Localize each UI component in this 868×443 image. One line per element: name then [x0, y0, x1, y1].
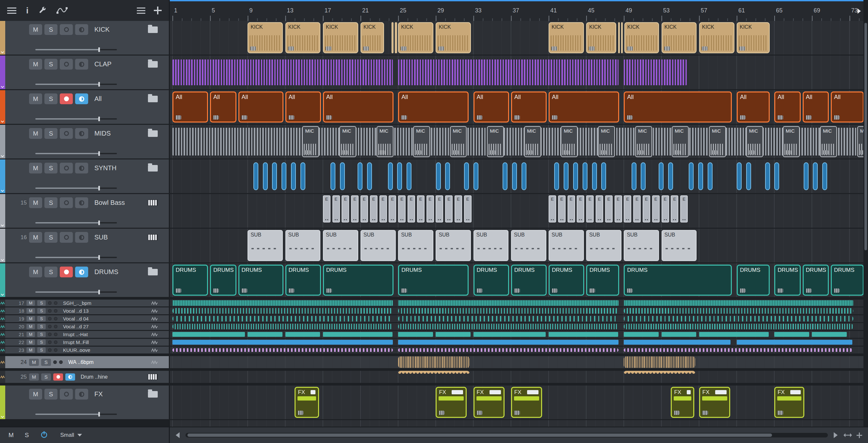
mute-button[interactable]: M [29, 93, 42, 104]
volume-slider-handle[interactable] [98, 290, 100, 294]
record-arm-button[interactable] [48, 317, 52, 321]
solo-button[interactable]: S [37, 324, 46, 329]
clip-synth-note[interactable] [668, 163, 673, 190]
clip-drums[interactable]: DRUMS [210, 265, 237, 296]
solo-button[interactable]: S [41, 374, 51, 381]
record-arm-button[interactable] [60, 197, 73, 208]
clip-sub[interactable]: SUB [398, 230, 433, 261]
volume-slider[interactable] [35, 49, 117, 50]
clip-e[interactable]: E [577, 195, 584, 223]
track-lane-t24[interactable] [170, 356, 863, 368]
clip-kick[interactable] [618, 22, 620, 53]
clip-synth-note[interactable] [698, 163, 703, 190]
clip-fx[interactable]: FX [294, 387, 319, 418]
folder-icon[interactable] [148, 269, 158, 275]
clip-kick[interactable]: KICK [248, 22, 283, 53]
folder-icon[interactable] [148, 165, 158, 172]
clip-mic[interactable]: MIC [413, 126, 430, 157]
track-name[interactable]: Irrupt M..Fill [63, 339, 149, 345]
clip-mic[interactable]: MIC [524, 126, 541, 157]
clip-e[interactable]: E [549, 195, 556, 223]
clip-e[interactable]: E [615, 195, 622, 223]
info-icon[interactable]: i [26, 5, 28, 16]
clip-synth-note[interactable] [708, 163, 713, 190]
clip-all[interactable]: All [803, 91, 829, 122]
monitor-button[interactable] [75, 128, 88, 139]
clip-kick[interactable]: KICK [737, 22, 770, 53]
clip-vox3[interactable] [173, 324, 393, 329]
solo-button[interactable]: S [44, 24, 58, 35]
solo-button[interactable]: S [44, 93, 58, 104]
collapse-chevron-icon[interactable] [1, 120, 4, 123]
track-color-strip[interactable] [0, 331, 5, 338]
clip-e[interactable]: E [351, 195, 359, 223]
clip-kick[interactable] [621, 22, 623, 53]
monitor-button[interactable] [54, 341, 58, 344]
track-color-strip[interactable] [0, 307, 5, 314]
monitor-button[interactable] [75, 59, 88, 69]
clip-synth-note[interactable] [473, 163, 478, 190]
clip-all[interactable]: All [774, 91, 801, 122]
clip-groove[interactable] [398, 348, 619, 352]
clip-e[interactable]: E [605, 195, 613, 223]
record-arm-button[interactable] [60, 232, 73, 243]
collapse-chevron-icon[interactable] [1, 224, 4, 227]
track-color-strip[interactable] [0, 56, 5, 89]
clip-hat[interactable] [812, 332, 846, 337]
volume-slider[interactable] [35, 257, 117, 258]
volume-slider-handle[interactable] [98, 151, 100, 156]
volume-slider-handle[interactable] [98, 48, 100, 52]
track-lane-kick[interactable]: KICKKICKKICKKICKKICKKICKKICKKICKKICKKICK… [170, 21, 863, 55]
clip-e[interactable]: E [661, 195, 669, 223]
volume-slider[interactable] [35, 84, 117, 85]
clip-drums[interactable]: DRUMS [774, 265, 801, 296]
clip-mic[interactable]: MIC [561, 126, 578, 157]
clip-kick[interactable]: KICK [436, 22, 471, 53]
automation-icon[interactable] [57, 6, 68, 14]
monitor-button[interactable] [75, 389, 88, 400]
clip-hat[interactable] [549, 332, 618, 337]
clip-fill[interactable] [173, 340, 393, 345]
clip-hat[interactable] [398, 332, 433, 337]
clip-mic[interactable]: MIC [635, 126, 652, 157]
record-arm-button[interactable] [48, 332, 52, 336]
track-lane-mids[interactable]: MICMICMICMICMICMICMICMICMICMICMICMICMICM… [170, 125, 863, 158]
record-arm-button[interactable] [53, 360, 57, 364]
track-color-strip[interactable] [0, 323, 5, 330]
track-lane-sub[interactable]: SUBSUBSUBSUBSUBSUBSUBSUBSUBSUBSUBSUB [170, 229, 863, 262]
track-name[interactable]: Vocal ..d 27 [63, 324, 149, 329]
volume-slider[interactable] [35, 153, 117, 154]
solo-button[interactable]: S [37, 347, 46, 353]
clip-mic[interactable]: MIC [709, 126, 726, 157]
record-arm-button[interactable] [48, 348, 52, 352]
clip-dense[interactable] [173, 300, 393, 306]
track-color-strip[interactable] [0, 229, 5, 262]
volume-slider[interactable] [35, 291, 117, 293]
monitor-button[interactable] [54, 348, 58, 352]
track-lane-t18[interactable] [170, 307, 863, 314]
mute-button[interactable]: M [29, 267, 42, 277]
track-lane-t25[interactable] [170, 371, 863, 383]
clip-vox1[interactable] [398, 308, 619, 314]
clip-mic[interactable]: MIC [487, 126, 504, 157]
folder-icon[interactable] [148, 26, 158, 33]
collapse-chevron-icon[interactable] [1, 189, 4, 192]
clip-synth-note[interactable] [253, 163, 258, 190]
record-arm-button[interactable] [60, 267, 73, 277]
clip-mic[interactable]: MIC [783, 126, 800, 157]
clip-synth-note[interactable] [367, 163, 372, 190]
clip-synth-note[interactable] [388, 163, 393, 190]
clip-synth-note[interactable] [689, 163, 693, 190]
clip-e[interactable]: E [389, 195, 396, 223]
clip-kick[interactable] [392, 22, 394, 53]
global-solo-button[interactable]: S [25, 432, 29, 439]
clip-e[interactable]: E [680, 195, 688, 223]
clip-kick[interactable]: KICK [361, 22, 384, 53]
clip-fx[interactable]: FX [774, 387, 804, 418]
track-color-strip[interactable] [0, 194, 5, 228]
collapse-chevron-icon[interactable] [1, 154, 4, 157]
clip-e[interactable]: E [407, 195, 415, 223]
track-name[interactable]: FX [94, 390, 146, 398]
clip-sub[interactable]: SUB [511, 230, 546, 261]
track-color-strip[interactable] [0, 347, 5, 353]
